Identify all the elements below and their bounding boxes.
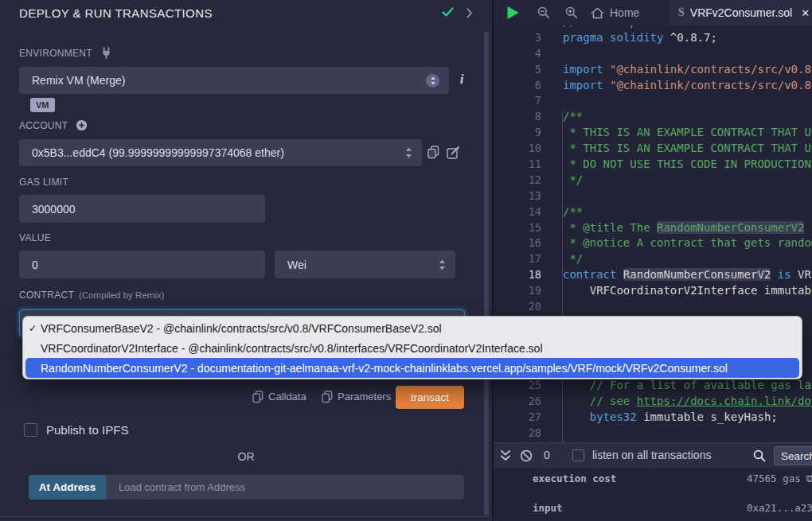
environment-value: Remix VM (Merge) — [32, 74, 125, 87]
editor-tab-bar: Home S VRFv2Consumer.sol ✕ — [494, 0, 812, 25]
line-number: 15 — [494, 220, 541, 236]
code-line: 19 VRFCoordinatorV2Interface immutable C… — [494, 283, 812, 299]
line-content: import "@chainlink/contracts/src/v0.8/in… — [541, 62, 812, 78]
code-line: 6import "@chainlink/contracts/src/v0.8/V… — [494, 78, 812, 94]
line-content: * THIS IS AN EXAMPLE CONTRACT THAT USES … — [541, 141, 812, 157]
line-number: 7 — [494, 93, 541, 109]
line-number: 11 — [494, 157, 541, 173]
code-line: 20 — [494, 299, 812, 315]
code-line: 7 — [494, 93, 812, 109]
line-content — [541, 299, 563, 315]
plus-circle-icon[interactable] — [76, 119, 88, 131]
copy-account-icon[interactable] — [427, 146, 439, 159]
contract-dropdown-list: ✓VRFConsumerBaseV2 - @chainlink/contract… — [22, 316, 802, 379]
line-number: 18 — [494, 267, 541, 283]
contract-label-row: CONTRACT (Compiled by Remix) — [19, 290, 164, 301]
line-number: 5 — [494, 62, 541, 78]
terminal-toolbar: 0 listen on all transactions — [494, 442, 812, 468]
select-arrows-icon — [439, 259, 446, 270]
at-address-button[interactable]: At Address — [29, 475, 106, 500]
environment-label: ENVIRONMENT — [19, 48, 92, 59]
contract-option[interactable]: ✓VRFConsumerBaseV2 - @chainlink/contract… — [25, 318, 799, 338]
option-label: VRFCoordinatorV2Interface - @chainlink/c… — [41, 342, 543, 355]
code-line: 17 */ — [494, 251, 812, 267]
line-number: 27 — [494, 410, 541, 426]
code-line: 26 // see https://docs.chain.link/docs/v… — [494, 394, 812, 410]
tab-home[interactable]: Home — [591, 0, 639, 25]
panel-scrollbar[interactable] — [484, 32, 489, 515]
value-input[interactable] — [19, 251, 265, 278]
line-number: 16 — [494, 235, 541, 251]
play-icon[interactable] — [506, 6, 519, 19]
zoom-in-icon[interactable] — [565, 6, 578, 19]
chevron-right-icon[interactable] — [467, 8, 473, 18]
value-label-row: VALUE — [19, 232, 51, 243]
contract-option[interactable]: RandomNumberConsumerV2 - documentation-g… — [25, 358, 799, 378]
code-line: 11 * DO NOT USE THIS CODE IN PRODUCTION. — [494, 157, 812, 173]
line-content: * @title The RandomNumberConsumerV2 cont… — [541, 220, 812, 236]
at-address-input[interactable] — [106, 475, 464, 500]
calldata-label[interactable]: Calldata — [268, 391, 306, 402]
select-arrows-icon — [405, 147, 412, 158]
close-tab-icon[interactable]: ✕ — [801, 7, 810, 19]
terminal-row-value: 0xa21...a23e4 — [747, 502, 812, 514]
line-number: 9 — [494, 125, 541, 141]
account-label: ACCOUNT — [19, 120, 68, 131]
code-line: 28 — [494, 426, 812, 441]
value-unit: Wei — [287, 259, 306, 271]
solidity-file-icon: S — [678, 6, 685, 19]
code-line: 16 * @notice A contract that gets random… — [494, 235, 812, 251]
search-icon[interactable] — [753, 449, 766, 462]
environment-select[interactable]: Remix VM (Merge) — [19, 67, 449, 94]
gas-limit-label: GAS LIMIT — [19, 177, 68, 188]
line-content: bytes32 immutable s_keyHash; — [541, 410, 778, 426]
listen-all-checkbox[interactable] — [572, 449, 584, 461]
line-content — [541, 426, 563, 441]
code-line: 4 — [494, 46, 812, 62]
home-icon — [591, 7, 604, 19]
option-label: VRFConsumerBaseV2 - @chainlink/contracts… — [41, 322, 442, 335]
remix-ide: DEPLOY & RUN TRANSACTIONS ENVIRONMENT Re… — [0, 0, 812, 521]
indent-guide-line — [562, 111, 563, 442]
copy-value-icon[interactable]: ⧉ — [806, 472, 812, 484]
edit-account-icon[interactable] — [447, 146, 460, 159]
line-content: pragma solidity ^0.8.7; — [541, 30, 717, 46]
terminal-row-key: execution cost — [533, 472, 616, 484]
transaction-count: 0 — [544, 449, 550, 461]
transact-button[interactable]: transact — [396, 386, 464, 409]
terminal-row: execution cost47565 gas⧉ — [533, 472, 812, 485]
copy-parameters-icon[interactable] — [322, 391, 333, 403]
terminal-row-value: 47565 gas⧉ — [747, 472, 812, 485]
parameters-label[interactable]: Parameters — [338, 391, 391, 402]
code-line: 10 * THIS IS AN EXAMPLE CONTRACT THAT US… — [494, 141, 812, 157]
line-content: VRFCoordinatorV2Interface immutable COOR… — [541, 283, 812, 299]
tab-active-file[interactable]: S VRFv2Consumer.sol ✕ — [669, 0, 812, 25]
code-line: 9 * THIS IS AN EXAMPLE CONTRACT THAT USE… — [494, 125, 812, 141]
terminal-search-input[interactable] — [774, 446, 812, 465]
code-line: 18contract RandomNumberConsumerV2 is VRF… — [494, 267, 812, 283]
info-icon[interactable]: i — [456, 72, 467, 87]
terminal-row-key: input — [533, 502, 563, 514]
expand-terminal-icon[interactable] — [500, 449, 511, 462]
line-content: import "@chainlink/contracts/src/v0.8/VR… — [541, 78, 812, 94]
account-select[interactable]: 0x5B3...eddC4 (99.99999999999997374068 e… — [19, 139, 422, 166]
publish-ipfs-checkbox[interactable] — [24, 423, 37, 437]
line-number: 26 — [494, 394, 541, 410]
value-unit-select[interactable]: Wei — [275, 251, 455, 278]
compile-success-check-icon — [442, 7, 454, 17]
code-line: 15 * @title The RandomNumberConsumerV2 c… — [494, 220, 812, 236]
panel-title: DEPLOY & RUN TRANSACTIONS — [19, 0, 213, 25]
select-spinner-icon — [426, 74, 439, 87]
gas-label-row: GAS LIMIT — [19, 177, 68, 188]
account-label-row: ACCOUNT — [19, 119, 88, 131]
zoom-out-icon[interactable] — [537, 6, 550, 19]
code-line: 5import "@chainlink/contracts/src/v0.8/i… — [494, 62, 812, 78]
clear-console-icon[interactable] — [520, 449, 533, 462]
code-line: 8/** — [494, 109, 812, 125]
contract-option[interactable]: VRFCoordinatorV2Interface - @chainlink/c… — [25, 338, 799, 358]
line-number: 3 — [494, 30, 541, 46]
plug-icon — [100, 47, 112, 60]
gas-limit-input[interactable] — [19, 195, 265, 223]
line-number: 4 — [494, 46, 541, 62]
copy-calldata-icon[interactable] — [252, 391, 264, 403]
